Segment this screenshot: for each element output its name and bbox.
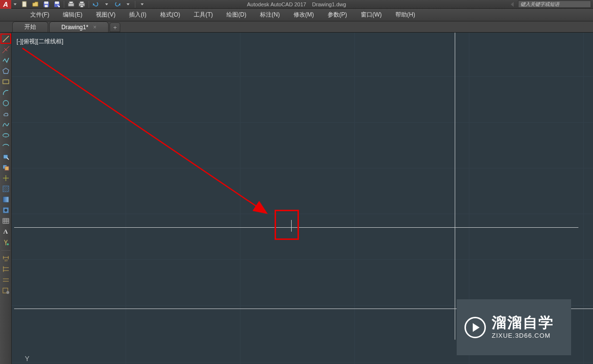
menu-file[interactable]: 文件(F) bbox=[23, 10, 56, 20]
tool-arc[interactable] bbox=[0, 88, 11, 97]
undo-dropdown[interactable] bbox=[103, 0, 111, 8]
app-menu-dropdown[interactable] bbox=[11, 0, 19, 8]
redo-icon[interactable] bbox=[113, 0, 121, 8]
save-icon[interactable] bbox=[42, 0, 50, 8]
tab-drawing1[interactable]: Drawing1* × bbox=[49, 21, 109, 32]
tool-text[interactable]: A bbox=[0, 227, 11, 237]
menu-view[interactable]: 视图(V) bbox=[89, 10, 122, 20]
menu-param[interactable]: 参数(P) bbox=[321, 10, 354, 20]
svg-marker-14 bbox=[3, 68, 9, 73]
svg-rect-2 bbox=[44, 1, 48, 4]
saveas-icon[interactable] bbox=[53, 0, 61, 8]
line-start-cursor bbox=[291, 220, 292, 232]
svg-line-24 bbox=[3, 186, 5, 188]
svg-line-27 bbox=[5, 188, 9, 192]
app-logo[interactable]: A bbox=[0, 0, 11, 9]
tool-spline[interactable] bbox=[0, 120, 11, 129]
svg-rect-15 bbox=[3, 80, 9, 84]
file-tabs: 开始 Drawing1* × + bbox=[0, 21, 593, 33]
tool-dim-multi[interactable] bbox=[0, 264, 11, 274]
toolbar-separator bbox=[1, 250, 10, 251]
svg-point-31 bbox=[4, 209, 7, 212]
svg-rect-32 bbox=[3, 218, 9, 223]
svg-point-16 bbox=[3, 101, 8, 106]
watermark-url: ZIXUE.3D66.COM bbox=[492, 332, 554, 339]
svg-line-11 bbox=[3, 36, 9, 42]
ucs-y-label: Y bbox=[25, 355, 29, 363]
watermark: 溜溜自学 ZIXUE.3D66.COM bbox=[457, 299, 571, 355]
tool-polyline[interactable] bbox=[0, 55, 11, 65]
crosshair-v bbox=[455, 33, 455, 340]
plot-icon[interactable] bbox=[67, 0, 75, 8]
svg-rect-3 bbox=[45, 5, 48, 7]
tool-line[interactable] bbox=[0, 34, 11, 44]
tool-region[interactable] bbox=[0, 205, 11, 215]
new-icon[interactable] bbox=[21, 0, 29, 8]
tool-make-block[interactable] bbox=[0, 163, 11, 172]
menu-edit[interactable]: 编辑(E) bbox=[56, 10, 89, 20]
tool-dim-continue[interactable] bbox=[0, 275, 11, 285]
redo-dropdown[interactable] bbox=[124, 0, 132, 8]
svg-rect-10 bbox=[80, 5, 83, 7]
open-icon[interactable] bbox=[32, 0, 39, 8]
svg-point-37 bbox=[7, 243, 9, 245]
menu-draw[interactable]: 绘图(D) bbox=[220, 10, 253, 20]
title-right: 键入关键字或短语 bbox=[518, 0, 591, 8]
tool-hatch[interactable] bbox=[0, 184, 11, 194]
tool-addselected[interactable] bbox=[0, 237, 11, 247]
tool-point[interactable] bbox=[0, 173, 11, 183]
svg-rect-5 bbox=[55, 1, 59, 4]
menu-tools[interactable]: 工具(T) bbox=[187, 10, 220, 20]
menu-insert[interactable]: 插入(I) bbox=[122, 10, 153, 20]
svg-point-48 bbox=[6, 291, 9, 294]
tool-rectangle[interactable] bbox=[0, 77, 11, 87]
tool-circle[interactable] bbox=[0, 98, 11, 108]
print-icon[interactable] bbox=[78, 0, 86, 8]
search-triangle-icon bbox=[511, 2, 514, 7]
svg-text:10: 10 bbox=[4, 259, 8, 262]
svg-point-17 bbox=[3, 134, 9, 137]
close-icon[interactable]: × bbox=[93, 24, 96, 31]
tab-start[interactable]: 开始 bbox=[12, 21, 48, 32]
watermark-title: 溜溜自学 bbox=[492, 315, 554, 330]
sep-icon bbox=[89, 1, 89, 8]
svg-rect-9 bbox=[80, 1, 84, 3]
menu-window[interactable]: 窗口(W) bbox=[354, 10, 389, 20]
svg-line-25 bbox=[3, 186, 7, 190]
titlebar: A Autodesk AutoCAD 2017 Drawing1.dwg 键入关… bbox=[0, 0, 593, 9]
svg-rect-20 bbox=[5, 166, 9, 170]
menu-modify[interactable]: 修改(M) bbox=[287, 10, 321, 20]
svg-rect-29 bbox=[3, 197, 9, 202]
svg-rect-7 bbox=[69, 1, 73, 3]
quick-access-toolbar bbox=[19, 0, 148, 8]
menu-help[interactable]: 帮助(H) bbox=[389, 10, 422, 20]
menubar: 文件(F) 编辑(E) 视图(V) 插入(I) 格式(O) 工具(T) 绘图(D… bbox=[0, 9, 593, 21]
tool-gradient[interactable] bbox=[0, 195, 11, 204]
tool-ellipse-arc[interactable] bbox=[0, 141, 11, 151]
drawing-canvas[interactable]: [-][俯视][二维线框] Y 溜溜自学 ZIXUE.3D66.COM bbox=[12, 33, 593, 364]
play-icon bbox=[464, 317, 486, 338]
menu-dim[interactable]: 标注(N) bbox=[253, 10, 287, 20]
tool-xline[interactable] bbox=[0, 45, 11, 55]
tool-table[interactable] bbox=[0, 216, 11, 226]
sep-icon bbox=[64, 1, 64, 8]
tool-dimstyle[interactable] bbox=[0, 286, 11, 295]
qat-dropdown[interactable] bbox=[138, 0, 146, 8]
tool-ellipse[interactable] bbox=[0, 130, 11, 140]
tool-revision-cloud[interactable] bbox=[0, 109, 11, 119]
menu-format[interactable]: 格式(O) bbox=[153, 10, 187, 20]
svg-line-28 bbox=[7, 190, 9, 192]
tab-add[interactable]: + bbox=[110, 22, 120, 32]
draw-toolbar: A 10 bbox=[0, 33, 12, 364]
viewport-label[interactable]: [-][俯视][二维线框] bbox=[17, 37, 63, 46]
annotation-cursor-box bbox=[275, 210, 299, 240]
main: A 10 [-][俯视][二维线框] Y bbox=[0, 33, 593, 364]
sep-icon bbox=[135, 1, 135, 8]
search-input[interactable]: 键入关键字或短语 bbox=[518, 0, 591, 8]
undo-icon[interactable] bbox=[92, 0, 100, 8]
tool-dim-linear[interactable]: 10 bbox=[0, 254, 11, 263]
tool-insert-block[interactable] bbox=[0, 152, 11, 162]
title-text: Autodesk AutoCAD 2017 Drawing1.dwg bbox=[247, 1, 346, 7]
tool-polygon[interactable] bbox=[0, 66, 11, 76]
